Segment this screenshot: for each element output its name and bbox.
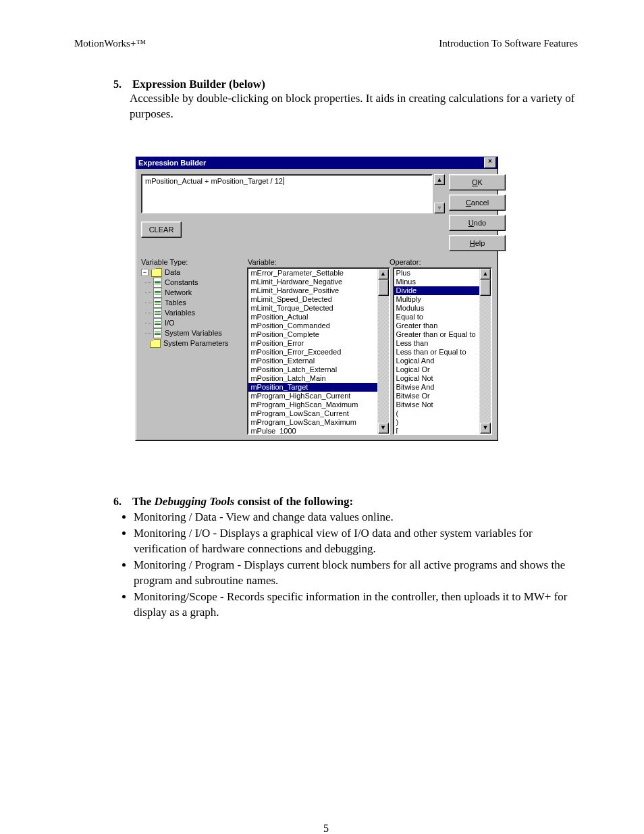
list-item[interactable]: mProgram_LowScan_Maximum: [248, 418, 377, 427]
folder-open-icon: [151, 268, 162, 277]
list-item[interactable]: Equal to: [394, 313, 479, 321]
label-operator: Operator:: [390, 258, 492, 266]
list-item[interactable]: mPosition_Error_Exceeded: [248, 348, 377, 357]
list-item[interactable]: Bitwise Not: [394, 400, 479, 409]
undo-button[interactable]: Undo: [449, 215, 506, 231]
section5-body: Accessible by double-clicking on block p…: [130, 91, 578, 122]
list-item: Monitoring / Data - View and change data…: [134, 510, 578, 525]
scroll-down-button[interactable]: ▼: [378, 423, 389, 434]
scroll-down-button[interactable]: ▼: [434, 203, 445, 213]
header-left: MotionWorks+™: [74, 38, 146, 49]
scrollbar-thumb[interactable]: [378, 280, 389, 296]
section6-title-em: Debugging Tools: [155, 495, 235, 508]
list-item[interactable]: (: [394, 409, 479, 418]
expression-input[interactable]: mPosition_Actual + mPosition_Target / 12: [141, 174, 433, 213]
list-item[interactable]: [: [394, 427, 479, 434]
list-item[interactable]: mLimit_Speed_Detected: [248, 295, 377, 304]
list-item[interactable]: Less than: [394, 339, 479, 348]
clear-button[interactable]: CLEAR: [141, 221, 182, 238]
list-item: Monitoring/Scope - Records specific info…: [134, 590, 578, 621]
list-item: Monitoring / I/O - Displays a graphical …: [134, 526, 578, 557]
document-icon: [153, 298, 162, 308]
list-item[interactable]: Multiply: [394, 295, 479, 304]
tree-item-label: System Variables: [165, 328, 222, 338]
close-icon[interactable]: ×: [484, 157, 496, 168]
list-item[interactable]: mProgram_HighScan_Current: [248, 392, 377, 400]
list-item[interactable]: mLimit_Hardware_Positive: [248, 286, 377, 295]
tree-item[interactable]: Variables: [141, 308, 244, 318]
section6-title-pre: The: [132, 495, 155, 508]
expression-builder-dialog: Expression Builder × mPosition_Actual + …: [135, 156, 498, 441]
label-variable: Variable:: [248, 258, 390, 266]
list-item[interactable]: mProgram_LowScan_Current: [248, 409, 377, 418]
document-icon: [153, 318, 162, 328]
list-item[interactable]: mPulse_1000: [248, 427, 377, 434]
caret-icon: [284, 177, 284, 185]
section6-title-post: consist of the following:: [234, 495, 353, 508]
tree-item[interactable]: Tables: [141, 298, 244, 308]
folder-closed-icon: [150, 339, 161, 348]
list-item[interactable]: Minus: [394, 278, 479, 286]
list-item[interactable]: mProgram_HighScan_Maximum: [248, 400, 377, 409]
tree-item[interactable]: I/O: [141, 318, 244, 328]
list-item[interactable]: mLimit_Torque_Detected: [248, 304, 377, 313]
cancel-button[interactable]: Cancel: [449, 194, 506, 211]
document-icon: [153, 328, 162, 338]
tree-item[interactable]: System Variables: [141, 328, 244, 338]
help-button[interactable]: Help: [449, 235, 506, 251]
page-number: 5: [74, 823, 578, 834]
dialog-title: Expression Builder: [138, 159, 206, 167]
expression-text: mPosition_Actual + mPosition_Target / 12: [145, 177, 283, 185]
list-item[interactable]: Modulus: [394, 304, 479, 313]
document-icon: [153, 288, 162, 298]
list-item[interactable]: Bitwise And: [394, 383, 479, 392]
list-item[interactable]: mPosition_Target: [248, 383, 377, 392]
list-item[interactable]: mPosition_Latch_External: [248, 365, 377, 374]
tree-item[interactable]: Constants: [141, 278, 244, 288]
scroll-up-button[interactable]: ▲: [378, 269, 389, 280]
list-item[interactable]: Logical And: [394, 357, 479, 365]
list-item[interactable]: ): [394, 418, 479, 427]
tree-item[interactable]: Network: [141, 288, 244, 298]
section5-num: 5.: [113, 78, 130, 90]
tree-item-label: I/O: [165, 318, 175, 328]
list-item[interactable]: Logical Or: [394, 365, 479, 374]
list-item[interactable]: mPosition_Latch_Main: [248, 374, 377, 383]
list-item[interactable]: Less than or Equal to: [394, 348, 479, 357]
list-item[interactable]: Greater than: [394, 321, 479, 330]
list-item[interactable]: mPosition_Error: [248, 339, 377, 348]
tree-item-label: Variables: [165, 308, 195, 318]
list-item[interactable]: mError_Parameter_Settable: [248, 269, 377, 278]
tree-item-label: Tables: [165, 298, 186, 308]
scroll-up-button[interactable]: ▲: [480, 269, 491, 280]
list-item[interactable]: mLimit_Hardware_Negative: [248, 278, 377, 286]
variable-type-tree[interactable]: − Data ConstantsNetworkTablesVariablesI/…: [141, 267, 244, 435]
list-item[interactable]: Plus: [394, 269, 479, 278]
list-item[interactable]: mPosition_Actual: [248, 313, 377, 321]
collapse-icon[interactable]: −: [141, 269, 149, 276]
scroll-down-button[interactable]: ▼: [480, 423, 491, 434]
document-icon: [153, 308, 162, 318]
scroll-up-button[interactable]: ▲: [434, 174, 445, 185]
list-item[interactable]: mPosition_External: [248, 357, 377, 365]
tree-sibling-label: System Parameters: [163, 338, 229, 348]
label-variable-type: Variable Type:: [141, 258, 248, 266]
scrollbar-thumb[interactable]: [480, 280, 491, 296]
tree-root-label: Data: [165, 267, 180, 278]
list-item[interactable]: mPosition_Commanded: [248, 321, 377, 330]
list-item[interactable]: mPosition_Complete: [248, 330, 377, 339]
list-item[interactable]: Greater than or Equal to: [394, 330, 479, 339]
section6-title: The Debugging Tools consist of the follo…: [132, 495, 353, 508]
document-icon: [153, 278, 162, 288]
variable-listbox[interactable]: mError_Parameter_SettablemLimit_Hardware…: [247, 267, 390, 435]
tree-item-label: Network: [165, 288, 192, 298]
operator-listbox[interactable]: PlusMinusDivideMultiplyModulusEqual toGr…: [393, 267, 492, 435]
section6-bullets: Monitoring / Data - View and change data…: [113, 510, 578, 621]
list-item[interactable]: Divide: [394, 286, 479, 295]
section5-title: Expression Builder (below): [132, 78, 265, 90]
ok-button[interactable]: OK: [449, 174, 506, 190]
list-item[interactable]: Logical Not: [394, 374, 479, 383]
list-item[interactable]: Bitwise Or: [394, 392, 479, 400]
tree-item-label: Constants: [165, 278, 198, 288]
list-item: Monitoring / Program - Displays current …: [134, 558, 578, 589]
